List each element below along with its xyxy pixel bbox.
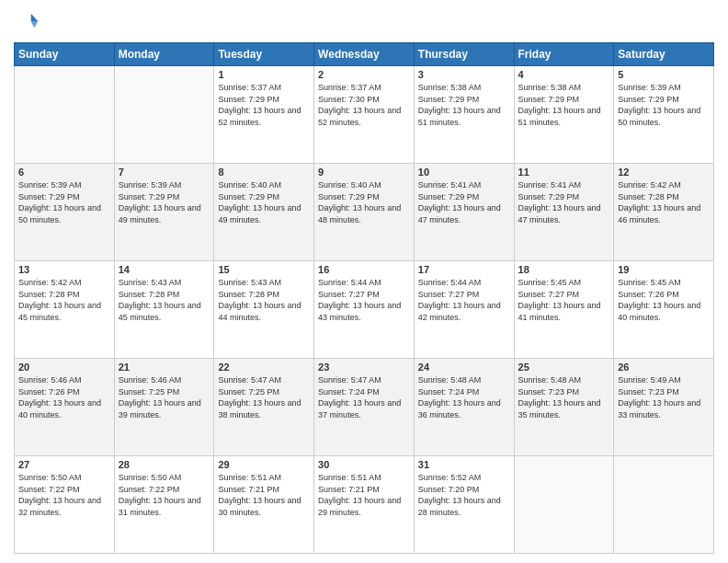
calendar-cell: 5Sunrise: 5:39 AM Sunset: 7:29 PM Daylig… (614, 66, 714, 164)
day-info: Sunrise: 5:41 AM Sunset: 7:29 PM Dayligh… (418, 179, 510, 225)
day-number: 17 (418, 264, 510, 275)
day-info: Sunrise: 5:44 AM Sunset: 7:27 PM Dayligh… (318, 277, 410, 323)
logo (14, 9, 43, 35)
calendar-cell: 14Sunrise: 5:43 AM Sunset: 7:28 PM Dayli… (114, 261, 214, 359)
calendar-cell: 13Sunrise: 5:42 AM Sunset: 7:28 PM Dayli… (15, 261, 115, 359)
day-number: 31 (418, 459, 510, 470)
calendar-cell: 8Sunrise: 5:40 AM Sunset: 7:29 PM Daylig… (214, 164, 314, 261)
calendar-cell (15, 66, 115, 164)
day-number: 12 (618, 167, 710, 178)
calendar-cell: 19Sunrise: 5:45 AM Sunset: 7:26 PM Dayli… (614, 261, 714, 359)
day-info: Sunrise: 5:46 AM Sunset: 7:25 PM Dayligh… (119, 374, 210, 420)
calendar-cell: 29Sunrise: 5:51 AM Sunset: 7:21 PM Dayli… (214, 456, 314, 554)
day-number: 1 (218, 69, 310, 80)
day-number: 4 (518, 69, 610, 80)
calendar-week-5: 27Sunrise: 5:50 AM Sunset: 7:22 PM Dayli… (15, 456, 714, 554)
calendar-cell: 17Sunrise: 5:44 AM Sunset: 7:27 PM Dayli… (414, 261, 514, 359)
calendar-header-row: SundayMondayTuesdayWednesdayThursdayFrid… (15, 43, 714, 66)
day-number: 21 (119, 362, 210, 373)
calendar-cell: 22Sunrise: 5:47 AM Sunset: 7:25 PM Dayli… (214, 359, 314, 456)
day-number: 27 (18, 459, 110, 470)
day-info: Sunrise: 5:44 AM Sunset: 7:27 PM Dayligh… (418, 277, 510, 323)
day-number: 7 (119, 167, 210, 178)
calendar-cell: 28Sunrise: 5:50 AM Sunset: 7:22 PM Dayli… (114, 456, 214, 554)
calendar-cell: 31Sunrise: 5:52 AM Sunset: 7:20 PM Dayli… (414, 456, 514, 554)
day-number: 28 (119, 459, 210, 470)
day-info: Sunrise: 5:41 AM Sunset: 7:29 PM Dayligh… (518, 179, 610, 225)
svg-marker-0 (31, 14, 38, 21)
day-number: 5 (618, 69, 710, 80)
day-info: Sunrise: 5:40 AM Sunset: 7:29 PM Dayligh… (218, 179, 310, 225)
day-info: Sunrise: 5:38 AM Sunset: 7:29 PM Dayligh… (518, 82, 610, 128)
calendar-cell (614, 456, 714, 554)
calendar-week-1: 1Sunrise: 5:37 AM Sunset: 7:29 PM Daylig… (15, 66, 714, 164)
calendar-cell: 3Sunrise: 5:38 AM Sunset: 7:29 PM Daylig… (414, 66, 514, 164)
day-number: 19 (618, 264, 710, 275)
day-info: Sunrise: 5:43 AM Sunset: 7:28 PM Dayligh… (119, 277, 210, 323)
day-info: Sunrise: 5:47 AM Sunset: 7:25 PM Dayligh… (218, 374, 310, 420)
day-info: Sunrise: 5:40 AM Sunset: 7:29 PM Dayligh… (318, 179, 410, 225)
calendar-cell: 6Sunrise: 5:39 AM Sunset: 7:29 PM Daylig… (15, 164, 115, 261)
day-number: 30 (318, 459, 410, 470)
day-info: Sunrise: 5:50 AM Sunset: 7:22 PM Dayligh… (18, 472, 110, 518)
day-info: Sunrise: 5:47 AM Sunset: 7:24 PM Dayligh… (318, 374, 410, 420)
calendar-cell: 21Sunrise: 5:46 AM Sunset: 7:25 PM Dayli… (114, 359, 214, 456)
day-number: 13 (18, 264, 110, 275)
calendar-week-2: 6Sunrise: 5:39 AM Sunset: 7:29 PM Daylig… (15, 164, 714, 261)
day-info: Sunrise: 5:48 AM Sunset: 7:23 PM Dayligh… (518, 374, 610, 420)
calendar-cell: 11Sunrise: 5:41 AM Sunset: 7:29 PM Dayli… (514, 164, 614, 261)
day-number: 9 (318, 167, 410, 178)
svg-marker-1 (31, 21, 38, 28)
page: SundayMondayTuesdayWednesdayThursdayFrid… (0, 0, 728, 563)
day-number: 18 (518, 264, 610, 275)
day-info: Sunrise: 5:46 AM Sunset: 7:26 PM Dayligh… (18, 374, 110, 420)
day-header-saturday: Saturday (614, 43, 714, 66)
calendar-cell: 25Sunrise: 5:48 AM Sunset: 7:23 PM Dayli… (514, 359, 614, 456)
day-info: Sunrise: 5:52 AM Sunset: 7:20 PM Dayligh… (418, 472, 510, 518)
calendar-cell: 7Sunrise: 5:39 AM Sunset: 7:29 PM Daylig… (114, 164, 214, 261)
day-info: Sunrise: 5:49 AM Sunset: 7:23 PM Dayligh… (618, 374, 710, 420)
day-info: Sunrise: 5:45 AM Sunset: 7:26 PM Dayligh… (618, 277, 710, 323)
day-header-friday: Friday (514, 43, 614, 66)
day-info: Sunrise: 5:39 AM Sunset: 7:29 PM Dayligh… (119, 179, 210, 225)
day-info: Sunrise: 5:39 AM Sunset: 7:29 PM Dayligh… (18, 179, 110, 225)
day-info: Sunrise: 5:42 AM Sunset: 7:28 PM Dayligh… (618, 179, 710, 225)
calendar-cell: 18Sunrise: 5:45 AM Sunset: 7:27 PM Dayli… (514, 261, 614, 359)
calendar-cell: 27Sunrise: 5:50 AM Sunset: 7:22 PM Dayli… (15, 456, 115, 554)
logo-icon (14, 9, 40, 35)
calendar-week-3: 13Sunrise: 5:42 AM Sunset: 7:28 PM Dayli… (15, 261, 714, 359)
day-number: 16 (318, 264, 410, 275)
day-info: Sunrise: 5:42 AM Sunset: 7:28 PM Dayligh… (18, 277, 110, 323)
day-header-monday: Monday (114, 43, 214, 66)
calendar-table: SundayMondayTuesdayWednesdayThursdayFrid… (14, 42, 714, 554)
calendar-cell: 2Sunrise: 5:37 AM Sunset: 7:30 PM Daylig… (314, 66, 415, 164)
day-number: 14 (119, 264, 210, 275)
calendar-cell: 1Sunrise: 5:37 AM Sunset: 7:29 PM Daylig… (214, 66, 314, 164)
calendar-cell: 10Sunrise: 5:41 AM Sunset: 7:29 PM Dayli… (414, 164, 514, 261)
calendar-cell: 9Sunrise: 5:40 AM Sunset: 7:29 PM Daylig… (314, 164, 415, 261)
calendar-cell: 15Sunrise: 5:43 AM Sunset: 7:28 PM Dayli… (214, 261, 314, 359)
day-number: 15 (218, 264, 310, 275)
day-number: 10 (418, 167, 510, 178)
header (14, 9, 714, 35)
day-info: Sunrise: 5:45 AM Sunset: 7:27 PM Dayligh… (518, 277, 610, 323)
day-number: 29 (218, 459, 310, 470)
day-header-thursday: Thursday (414, 43, 514, 66)
day-number: 3 (418, 69, 510, 80)
day-number: 20 (18, 362, 110, 373)
calendar-cell: 23Sunrise: 5:47 AM Sunset: 7:24 PM Dayli… (314, 359, 415, 456)
day-number: 26 (618, 362, 710, 373)
day-header-tuesday: Tuesday (214, 43, 314, 66)
day-info: Sunrise: 5:38 AM Sunset: 7:29 PM Dayligh… (418, 82, 510, 128)
calendar-cell (114, 66, 214, 164)
calendar-week-4: 20Sunrise: 5:46 AM Sunset: 7:26 PM Dayli… (15, 359, 714, 456)
day-number: 24 (418, 362, 510, 373)
calendar-cell: 26Sunrise: 5:49 AM Sunset: 7:23 PM Dayli… (614, 359, 714, 456)
day-info: Sunrise: 5:51 AM Sunset: 7:21 PM Dayligh… (318, 472, 410, 518)
day-number: 11 (518, 167, 610, 178)
day-number: 8 (218, 167, 310, 178)
calendar-cell: 16Sunrise: 5:44 AM Sunset: 7:27 PM Dayli… (314, 261, 415, 359)
day-info: Sunrise: 5:51 AM Sunset: 7:21 PM Dayligh… (218, 472, 310, 518)
calendar-cell (514, 456, 614, 554)
calendar-cell: 20Sunrise: 5:46 AM Sunset: 7:26 PM Dayli… (15, 359, 115, 456)
